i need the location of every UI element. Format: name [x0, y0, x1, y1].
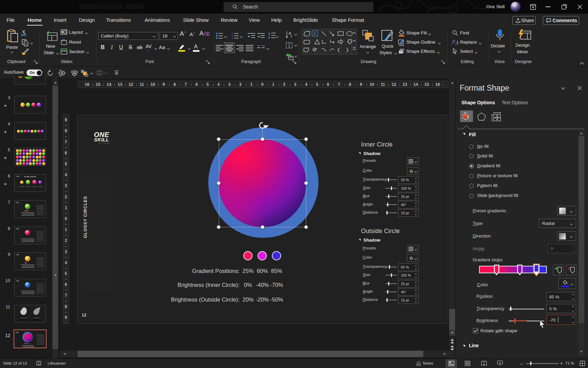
svg-text:1: 1 — [232, 32, 233, 35]
svg-text:A: A — [313, 31, 316, 35]
svg-text:c: c — [455, 42, 457, 46]
svg-text:A: A — [289, 31, 291, 36]
svg-text:3: 3 — [232, 37, 233, 39]
svg-text:2: 2 — [232, 35, 233, 37]
